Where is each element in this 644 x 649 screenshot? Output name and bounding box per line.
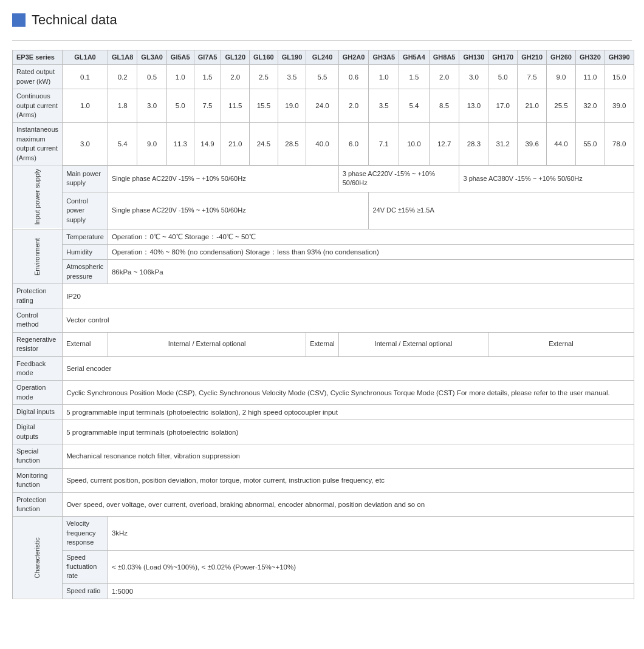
rated-power-val-8: 5.5 — [306, 65, 338, 89]
monitoring-function-value: Speed, current position, position deviat… — [63, 468, 634, 492]
col-gl160: GL160 — [250, 50, 278, 65]
table-row-protection-function: Protection function Over speed, over vol… — [13, 492, 634, 517]
protection-rating-value: IP20 — [63, 284, 634, 308]
regen-cell3: External — [306, 332, 338, 356]
feedback-mode-label: Feedback mode — [13, 356, 63, 381]
velocity-frequency-label: Velocity frequency response — [63, 517, 108, 550]
series-label-cell: EP3E series — [13, 50, 63, 65]
speed-fluctuation-label: Speed fluctuation rate — [63, 550, 108, 583]
control-method-label: Control method — [13, 308, 63, 333]
speed-fluctuation-value: < ±0.03% (Load 0%~100%), < ±0.02% (Power… — [108, 550, 634, 583]
continuous-current-label: Continuous output current (Arms) — [13, 89, 63, 123]
col-gh130: GH130 — [459, 50, 488, 65]
humidity-label: Humidity — [63, 245, 108, 260]
speed-ratio-label: Speed ratio — [63, 583, 108, 599]
table-row-special-function: Special function Mechanical resonance no… — [13, 444, 634, 469]
operation-mode-value: Cyclic Synchronous Position Mode (CSP), … — [63, 381, 634, 405]
col-gh8a5: GH8A5 — [429, 50, 459, 65]
table-row-atmospheric-pressure: Atmospheric pressure 86kPa ~ 106kPa — [13, 260, 634, 284]
main-power-supply-cell3: 3 phase AC380V -15% ~ +10% 50/60Hz — [459, 165, 634, 192]
table-row-digital-inputs: Digital inputs 5 programmable input term… — [13, 405, 634, 420]
humidity-value: Operation：40% ~ 80% (no condensation) St… — [108, 245, 634, 260]
title-icon — [12, 13, 26, 27]
table-row-instantaneous-current: Instantaneous maximum output current (Ar… — [13, 123, 634, 166]
control-power-supply-label: Control power supply — [63, 192, 108, 229]
rated-power-val-7: 3.5 — [278, 65, 306, 89]
main-power-supply-cell1: Single phase AC220V -15% ~ +10% 50/60Hz — [108, 165, 338, 192]
rated-power-val-5: 2.0 — [221, 65, 250, 89]
digital-inputs-value: 5 programmable input terminals (photoele… — [63, 405, 634, 420]
technical-data-table: EP3E series GL1A0 GL1A8 GL3A0 GI5A5 GI7A… — [12, 50, 634, 599]
table-row-digital-outputs: Digital outputs 5 programmable input ter… — [13, 420, 634, 444]
protection-rating-label: Protection rating — [13, 284, 63, 308]
col-gh2a0: GH2A0 — [338, 50, 369, 65]
temperature-value: Operation：0℃ ~ 40℃ Storage：-40℃ ~ 50℃ — [108, 229, 634, 245]
title-divider — [12, 40, 632, 41]
rated-power-val-6: 2.5 — [250, 65, 278, 89]
control-power-supply-cell2: 24V DC ±15% ≥1.5A — [369, 192, 634, 229]
col-gi7a5: GI7A5 — [194, 50, 221, 65]
input-power-supply-group-label: Input power supply — [13, 165, 63, 229]
col-gl190: GL190 — [278, 50, 306, 65]
col-gl120: GL120 — [221, 50, 250, 65]
rated-power-val-17: 11.0 — [575, 65, 605, 89]
digital-outputs-label: Digital outputs — [13, 420, 63, 444]
atmospheric-pressure-value: 86kPa ~ 106kPa — [108, 260, 634, 284]
protection-function-value: Over speed, over voltage, over current, … — [63, 492, 634, 517]
feedback-mode-value: Serial encoder — [63, 356, 634, 381]
rated-power-val-4: 1.5 — [194, 65, 221, 89]
table-row-protection-rating: Protection rating IP20 — [13, 284, 634, 308]
velocity-frequency-value: 3kHz — [108, 517, 634, 550]
rated-power-val-14: 5.0 — [488, 65, 518, 89]
digital-inputs-label: Digital inputs — [13, 405, 63, 420]
col-gh3a5: GH3A5 — [369, 50, 399, 65]
rated-power-val-10: 1.0 — [369, 65, 399, 89]
col-gh5a4: GH5A4 — [399, 50, 430, 65]
regen-cell5: External — [488, 332, 634, 356]
operation-mode-label: Operation mode — [13, 381, 63, 405]
col-gi5a5: GI5A5 — [166, 50, 194, 65]
special-function-label: Special function — [13, 444, 63, 469]
table-row-velocity-frequency: Characteristic Velocity frequency respon… — [13, 517, 634, 550]
rated-power-val-18: 15.0 — [605, 65, 634, 89]
table-header-row: EP3E series GL1A0 GL1A8 GL3A0 GI5A5 GI7A… — [13, 50, 634, 65]
characteristic-group-label: Characteristic — [13, 517, 63, 599]
table-row-speed-ratio: Speed ratio 1:5000 — [13, 583, 634, 599]
rated-power-label: Rated output power (kW) — [13, 65, 63, 89]
table-row-control-power-supply: Control power supply Single phase AC220V… — [13, 192, 634, 229]
environment-group-label: Environment — [13, 229, 63, 284]
col-gh260: GH260 — [547, 50, 576, 65]
col-gh170: GH170 — [488, 50, 518, 65]
rated-power-val-3: 1.0 — [166, 65, 194, 89]
page-title: Technical data — [12, 12, 632, 28]
table-row-humidity: Humidity Operation：40% ~ 80% (no condens… — [13, 245, 634, 260]
instantaneous-current-label: Instantaneous maximum output current (Ar… — [13, 123, 63, 166]
control-method-value: Vector control — [63, 308, 634, 333]
rated-power-val-0: 0.1 — [63, 65, 108, 89]
table-row-speed-fluctuation: Speed fluctuation rate < ±0.03% (Load 0%… — [13, 550, 634, 583]
regen-cell2: Internal / External optional — [108, 332, 306, 356]
col-gl1a0: GL1A0 — [63, 50, 108, 65]
table-row-main-power-supply: Input power supply Main power supply Sin… — [13, 165, 634, 192]
col-gh390: GH390 — [605, 50, 634, 65]
rated-power-val-1: 0.2 — [108, 65, 137, 89]
table-row-regenerative-resistor: Regenerative resistor External Internal … — [13, 332, 634, 356]
col-gh320: GH320 — [575, 50, 605, 65]
rated-power-val-15: 7.5 — [518, 65, 547, 89]
rated-power-val-13: 3.0 — [459, 65, 488, 89]
main-power-supply-label: Main power supply — [63, 165, 108, 192]
col-gh210: GH210 — [518, 50, 547, 65]
rated-power-val-12: 2.0 — [429, 65, 459, 89]
rated-power-val-11: 1.5 — [399, 65, 430, 89]
table-row-operation-mode: Operation mode Cyclic Synchronous Positi… — [13, 381, 634, 405]
control-power-supply-cell1: Single phase AC220V -15% ~ +10% 50/60Hz — [108, 192, 369, 229]
table-row-temperature: Environment Temperature Operation：0℃ ~ 4… — [13, 229, 634, 245]
protection-function-label: Protection function — [13, 492, 63, 517]
rated-power-val-16: 9.0 — [547, 65, 576, 89]
table-row-feedback-mode: Feedback mode Serial encoder — [13, 356, 634, 381]
table-row-control-method: Control method Vector control — [13, 308, 634, 333]
atmospheric-pressure-label: Atmospheric pressure — [63, 260, 108, 284]
regen-cell1: External — [63, 332, 108, 356]
special-function-value: Mechanical resonance notch filter, vibra… — [63, 444, 634, 469]
speed-ratio-value: 1:5000 — [108, 583, 634, 599]
